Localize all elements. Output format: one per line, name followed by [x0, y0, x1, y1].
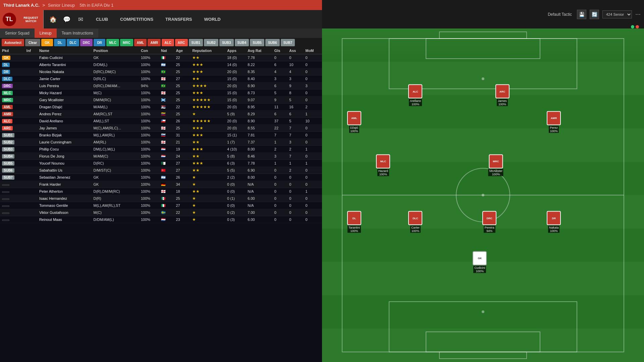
player-token-amr[interactable]: AMR Perez100%: [547, 111, 561, 133]
filter-alc[interactable]: ALC: [162, 39, 174, 46]
col-ass[interactable]: Ass: [287, 47, 303, 54]
cell-name: Andres Perez: [37, 111, 92, 118]
cell-con: 100%: [139, 97, 159, 104]
table-row[interactable]: SUB2 Laurie Cunningham AM(RL) 100% 🏴󠁧󠁢󠁥󠁮…: [0, 139, 322, 146]
filter-gk[interactable]: GK: [41, 39, 53, 46]
nav-competitions[interactable]: COMPETITIONS: [114, 10, 159, 28]
cell-avg: N/A: [246, 188, 272, 195]
filter-sub5[interactable]: SUB5: [250, 39, 264, 46]
table-row[interactable]: DR Nicolas Nakata D(RC),DM(C) 100% 🇧🇷 25…: [0, 68, 322, 75]
table-row[interactable]: Viktor Gustafsson M(C) 100% 🇸🇪 22 ★ 0 (2…: [0, 209, 322, 216]
player-token-dlc[interactable]: DLC Carter100%: [408, 211, 422, 233]
filter-dlc[interactable]: DLC: [67, 39, 79, 46]
col-nat[interactable]: Nat: [159, 47, 174, 54]
request-match-button[interactable]: REQUEST MATCH: [18, 10, 44, 28]
filter-sub7[interactable]: SUB7: [281, 39, 295, 46]
table-row[interactable]: DLC Jamie Carter D(RLC) 100% 🏴󠁧󠁢󠁥󠁮󠁧󠁿 27 …: [0, 75, 322, 82]
player-token-dr[interactable]: DR Nakata100%: [547, 211, 561, 233]
table-row[interactable]: SUB6 Sabahattin Us D/M/ST(C) 100% 🇹🇷 27 …: [0, 167, 322, 174]
filter-sub2[interactable]: SUB2: [204, 39, 218, 46]
table-row[interactable]: Tommaso Gentile M(L),AM(RL),ST 100% 🇮🇹 2…: [0, 202, 322, 209]
player-token-gk[interactable]: GK Cudicini100%: [473, 251, 487, 273]
filter-sub3[interactable]: SUB3: [219, 39, 234, 46]
filter-sub6[interactable]: SUB6: [265, 39, 280, 46]
table-row[interactable]: AMR Andres Perez AM(RC),ST 100% 🇻🇪 25 ★ …: [0, 111, 322, 118]
mail-icon[interactable]: ✉: [74, 13, 87, 25]
table-row[interactable]: Frank Harder GK 100% 🇩🇪 34 ★ 0 (0) N/A 0…: [0, 181, 322, 188]
cell-pkd: AML: [0, 104, 24, 111]
player-token-arc[interactable]: ARC James100%: [495, 84, 509, 106]
cell-con: 100%: [139, 132, 159, 139]
filter-dl[interactable]: DL: [54, 39, 66, 46]
player-token-alc[interactable]: ALC Arellano100%: [408, 84, 422, 106]
table-row[interactable]: SUB3 Phillip Cocu DM(LC),M(L) 100% 🇳🇱 19…: [0, 146, 322, 153]
tab-squad[interactable]: Senior Squad: [0, 28, 35, 38]
col-avg[interactable]: Avg Rat: [246, 47, 272, 54]
col-gls[interactable]: Gls: [272, 47, 287, 54]
col-name[interactable]: Name: [37, 47, 92, 54]
table-row[interactable]: Peter Atherton D(R),DM/M(RC) 100% 🏴󠁧󠁢󠁥󠁮󠁧…: [0, 188, 322, 195]
cell-apps: 15 (1): [225, 132, 246, 139]
table-row[interactable]: Reinout Maas D/DM/AM(L) 100% 🇳🇱 23 ★ 0 (…: [0, 216, 322, 223]
player-token-mrc[interactable]: MRC McAllister100%: [488, 154, 503, 176]
table-row[interactable]: ALC David Arellano AM(L),ST 100% 🇨🇱 26 ★…: [0, 118, 322, 125]
home-icon[interactable]: 🏠: [47, 13, 59, 25]
cell-name: Frank Harder: [37, 181, 92, 188]
table-row[interactable]: SUB4 Florus De Jong M/AM(C) 100% 🇳🇱 24 ★…: [0, 153, 322, 160]
nav-transfers[interactable]: TRANSFERS: [159, 10, 198, 28]
cell-nat: 🏴󠁧󠁢󠁥󠁮󠁧󠁿: [159, 125, 174, 132]
save-tactic-button[interactable]: 💾: [577, 10, 586, 19]
table-row[interactable]: DL Alberto Tarantini D/DM(L) 100% 🇦🇷 25 …: [0, 61, 322, 68]
player-token-dl[interactable]: DL Tarantini100%: [347, 211, 361, 233]
col-age[interactable]: Age: [174, 47, 190, 54]
filter-mlc[interactable]: MLC: [106, 39, 119, 46]
svg-rect-4: [389, 39, 577, 89]
tab-instructions[interactable]: Team Instructions: [57, 28, 98, 38]
filter-sub4[interactable]: SUB4: [235, 39, 249, 46]
cell-ass: 1: [287, 160, 303, 167]
filter-amr[interactable]: AMR: [148, 39, 161, 46]
table-row[interactable]: MRC Gary Mcallister DM/M(RC) 100% 🏴󠁧󠁢󠁳󠁣󠁴…: [0, 97, 322, 104]
cell-nat: 🇸🇪: [159, 209, 174, 216]
col-con[interactable]: Con: [139, 47, 159, 54]
table-row[interactable]: DRC Luis Pereira D(RC),DM/AM... 94% 🇧🇷 2…: [0, 82, 322, 89]
table-row[interactable]: SUB7 Sebastian Jimenez GK 100% 🇦🇷 26 ★ 2…: [0, 174, 322, 181]
tab-lineup[interactable]: Lineup: [35, 28, 57, 38]
tactic-select[interactable]: 424 Senior: [602, 10, 632, 18]
filter-drc[interactable]: DRC: [80, 39, 93, 46]
col-pkd[interactable]: Pkd: [0, 47, 24, 54]
cell-mom: 1: [303, 111, 322, 118]
filter-arc[interactable]: ARC: [175, 39, 188, 46]
cell-age: 34: [174, 181, 190, 188]
table-row[interactable]: GK Fabio Cudicini GK 100% 🇮🇹 22 ★★ 18 (0…: [0, 54, 322, 61]
filter-aml[interactable]: AML: [134, 39, 147, 46]
autoselect-button[interactable]: Autoselect: [2, 39, 24, 46]
col-rep[interactable]: Reputation: [190, 47, 225, 54]
clear-button[interactable]: Clear: [25, 39, 40, 46]
more-options-button[interactable]: ⋯: [635, 11, 641, 17]
col-mom[interactable]: MoM: [303, 47, 322, 54]
nav-club[interactable]: CLUB: [90, 10, 114, 28]
filter-mrc[interactable]: MRC: [120, 39, 133, 46]
col-apps[interactable]: Apps: [225, 47, 246, 54]
col-position[interactable]: Position: [92, 47, 139, 54]
player-token-aml[interactable]: AML Džajić100%: [347, 111, 361, 133]
nav-world[interactable]: WORLD: [198, 10, 227, 28]
cell-inf: [24, 104, 37, 111]
table-row[interactable]: ARC Jay James M(C),AM(RLC)... 100% 🏴󠁧󠁢󠁥󠁮…: [0, 125, 322, 132]
player-token-drc[interactable]: DRC Pereira94%: [482, 211, 496, 233]
player-token-mlc[interactable]: MLC Hazard100%: [376, 154, 390, 176]
table-row[interactable]: Isaac Hernandez D(R) 100% 🇲🇽 25 ★ 0 (1) …: [0, 195, 322, 202]
refresh-tactic-button[interactable]: 🔄: [590, 10, 599, 19]
cell-mom: 0: [303, 132, 322, 139]
chat-icon[interactable]: 💬: [61, 13, 73, 25]
cell-mom: 0: [303, 181, 322, 188]
cell-gls: 0: [272, 195, 287, 202]
table-row[interactable]: SUB5 Youcef Nounou D(RC) 100% 🇩🇿 27 ★★★ …: [0, 160, 322, 167]
table-row[interactable]: SUB1 Branko Bizjak M(L),AM(RL) 100% 🇸🇮 3…: [0, 132, 322, 139]
col-inf[interactable]: Inf: [24, 47, 37, 54]
table-row[interactable]: MLC Micky Hazard M(C) 100% 🏴󠁧󠁢󠁥󠁮󠁧󠁿 25 ★★…: [0, 89, 322, 97]
filter-sub1[interactable]: SUB1: [189, 39, 203, 46]
filter-dr[interactable]: DR: [94, 39, 105, 46]
table-row[interactable]: AML Dragan Džajić M/AM(L) 100% 🇷🇸 22 ★★★…: [0, 104, 322, 111]
